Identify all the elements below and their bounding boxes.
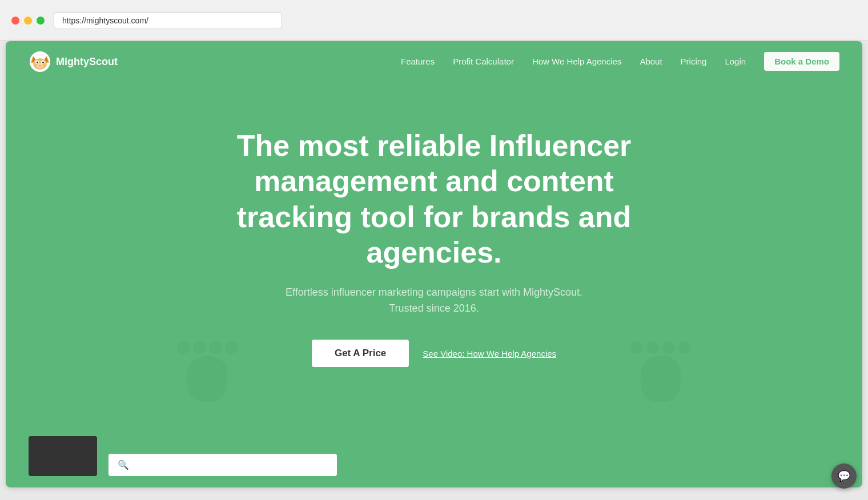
svg-point-8 xyxy=(37,62,38,63)
logo-icon xyxy=(29,50,51,73)
browser-chrome: https://mightyscout.com/ xyxy=(0,0,868,41)
hero-section: The most reliable Influencer management … xyxy=(6,82,862,436)
hero-subtitle-line2: Trusted since 2016. xyxy=(389,303,479,314)
search-bar[interactable]: 🔍 xyxy=(108,454,337,476)
bottom-section: 🔍 xyxy=(6,436,862,487)
svg-point-11 xyxy=(37,63,43,68)
logo[interactable]: MightyScout xyxy=(29,50,118,73)
see-video-button[interactable]: See Video: How We Help Agencies xyxy=(423,349,556,358)
search-icon: 🔍 xyxy=(118,459,129,470)
logo-text: MightyScout xyxy=(56,56,118,68)
browser-dots xyxy=(11,17,45,25)
nav-how-we-help[interactable]: How We Help Agencies xyxy=(532,57,621,66)
hero-subtitle: Effortless influencer marketing campaign… xyxy=(29,284,839,317)
hero-subtitle-line1: Effortless influencer marketing campaign… xyxy=(286,287,582,298)
chat-icon: 💬 xyxy=(838,470,850,482)
address-bar[interactable]: https://mightyscout.com/ xyxy=(54,12,282,29)
nav-book-demo[interactable]: Book a Demo xyxy=(764,52,839,71)
nav-profit-calculator[interactable]: Profit Calculator xyxy=(453,57,514,66)
navbar: MightyScout Features Profit Calculator H… xyxy=(6,41,862,82)
get-price-button[interactable]: Get A Price xyxy=(312,340,409,367)
video-thumbnail[interactable] xyxy=(29,436,97,476)
nav-about[interactable]: About xyxy=(640,57,662,66)
maximize-button[interactable] xyxy=(37,17,45,25)
hero-buttons: Get A Price See Video: How We Help Agenc… xyxy=(29,340,839,367)
chat-widget[interactable]: 💬 xyxy=(831,463,857,489)
close-button[interactable] xyxy=(11,17,19,25)
svg-point-9 xyxy=(42,62,44,63)
nav-pricing[interactable]: Pricing xyxy=(681,57,707,66)
nav-features[interactable]: Features xyxy=(401,57,435,66)
website-content: MightyScout Features Profit Calculator H… xyxy=(6,41,862,487)
nav-links: Features Profit Calculator How We Help A… xyxy=(401,57,839,67)
minimize-button[interactable] xyxy=(24,17,32,25)
hero-title: The most reliable Influencer management … xyxy=(234,128,634,271)
nav-login[interactable]: Login xyxy=(725,57,746,66)
